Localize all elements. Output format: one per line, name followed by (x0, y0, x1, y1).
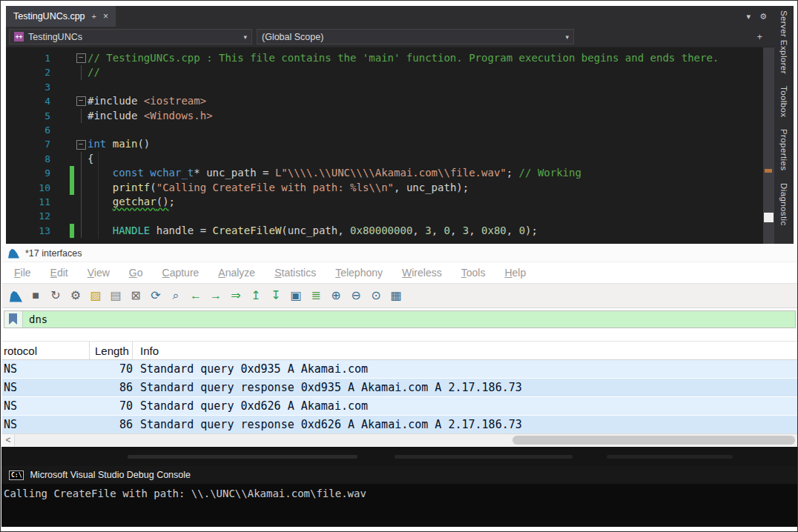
hscrollbar-thumb[interactable] (512, 436, 795, 445)
navbar-split-icon[interactable]: + (756, 31, 771, 42)
display-filter-input[interactable]: dns (23, 311, 795, 327)
code-text[interactable]: { (88, 152, 774, 166)
code-line[interactable]: 11 getchar(); (6, 195, 774, 209)
column-length[interactable]: Length (90, 342, 133, 359)
reload-icon[interactable]: ⟳ (149, 289, 162, 302)
capture-options-icon[interactable]: ⚙ (69, 289, 82, 302)
side-tab-server-explorer[interactable]: Server Explorer (779, 10, 788, 74)
go-to-packet-icon[interactable]: ⇒ (229, 289, 243, 302)
code-token: printf (113, 182, 151, 193)
code-line[interactable]: 4–#include <iostream> (6, 94, 774, 108)
colorize-icon[interactable]: ≣ (309, 289, 323, 302)
packet-row[interactable]: NS70Standard query 0xd626 A Akamai.com (2, 397, 797, 416)
packet-row[interactable]: NS86Standard query response 0xd626 A Aka… (2, 416, 797, 434)
menu-view[interactable]: View (88, 267, 110, 279)
column-protocol[interactable]: rotocol (2, 342, 90, 359)
go-back-icon[interactable]: ← (189, 289, 202, 302)
code-line[interactable]: 13 HANDLE handle = CreateFileW(unc_path,… (6, 224, 774, 238)
code-text[interactable]: // TestingUNCs.cpp : This file contains … (88, 51, 774, 65)
go-forward-icon[interactable]: → (209, 289, 222, 302)
menu-analyze[interactable]: Analyze (218, 267, 255, 279)
capture-restart-icon[interactable]: ↻ (49, 289, 62, 302)
collapse-icon[interactable]: – (76, 96, 86, 106)
menu-file[interactable]: File (14, 267, 31, 279)
scrollbar-thumb[interactable] (764, 213, 774, 222)
project-dropdown[interactable]: ++ TestingUNCs ▾ (9, 29, 252, 44)
code-line[interactable]: 7–int main() (6, 137, 774, 151)
side-tab-diagnostic[interactable]: Diagnostic (779, 183, 788, 226)
side-tab-properties[interactable]: Properties (779, 129, 788, 170)
close-icon[interactable]: × (103, 11, 108, 21)
horizontal-scrollbar[interactable]: < (2, 433, 797, 446)
code-line[interactable]: 12 (6, 209, 774, 223)
capture-start-icon[interactable] (10, 291, 22, 302)
code-text[interactable]: getchar(); (88, 195, 774, 209)
close-file-icon[interactable]: ⊠ (129, 289, 142, 302)
zoom-out-icon[interactable]: ⊖ (349, 289, 363, 302)
code-text[interactable]: #include <Windows.h> (88, 109, 774, 123)
go-last-icon[interactable]: ↧ (269, 289, 283, 302)
editor-tab[interactable]: TestingUNCs.cpp + × (6, 6, 116, 27)
code-line[interactable]: 2// (6, 65, 774, 79)
autoscroll-icon[interactable]: ▣ (289, 289, 303, 302)
menu-telephony[interactable]: Telephony (335, 267, 383, 279)
cell-protocol: NS (2, 381, 90, 394)
filter-bar[interactable]: dns (4, 310, 796, 328)
column-info[interactable]: Info (133, 342, 159, 359)
code-line[interactable]: 10 printf("Calling CreateFile with path:… (6, 181, 774, 195)
code-line[interactable]: 8{ (6, 152, 774, 166)
code-text[interactable]: int main() (88, 137, 774, 151)
menu-help[interactable]: Help (504, 267, 526, 279)
code-text[interactable]: #include <iostream> (88, 94, 774, 108)
gear-icon[interactable]: ⚙ (759, 12, 767, 21)
find-packet-icon[interactable]: ⌕ (169, 289, 182, 302)
scroll-left-button[interactable]: < (2, 434, 15, 446)
save-file-icon[interactable]: ▤ (109, 289, 122, 302)
pin-icon[interactable]: + (92, 12, 96, 21)
code-text[interactable]: // (88, 65, 774, 79)
capture-stop-icon[interactable]: ■ (29, 289, 42, 302)
collapse-icon[interactable]: – (76, 53, 86, 63)
code-token: , (450, 225, 463, 236)
wireshark-titlebar[interactable]: *17 interfaces (2, 245, 797, 262)
zoom-reset-icon[interactable]: ⊙ (369, 289, 383, 302)
fold-guide (81, 209, 82, 223)
menu-tools[interactable]: Tools (461, 267, 486, 279)
menu-capture[interactable]: Capture (162, 267, 200, 279)
packet-row[interactable]: NS70Standard query 0xd935 A Akamai.com (2, 360, 797, 379)
code-token: L"\\\\.\\UNC\\\\Akamai.com\\file.wav" (275, 167, 507, 179)
cell-length: 86 (90, 418, 133, 431)
code-editor[interactable]: 1–// TestingUNCs.cpp : This file contain… (6, 47, 774, 244)
code-text[interactable]: HANDLE handle = CreateFileW(unc_path, 0x… (88, 224, 774, 238)
code-token: * unc_path = (194, 167, 275, 179)
code-line[interactable]: 1–// TestingUNCs.cpp : This file contain… (6, 51, 774, 65)
code-text[interactable]: const wchar_t* unc_path = L"\\\\.\\UNC\\… (88, 166, 774, 180)
console-output[interactable]: Calling CreateFile with path: \\.\UNC\\A… (1, 484, 798, 499)
bookmark-icon[interactable] (4, 311, 23, 327)
console-titlebar[interactable]: C:\ Microsoft Visual Studio Debug Consol… (1, 466, 798, 484)
code-text[interactable] (88, 123, 774, 137)
wireshark-toolbar: ■↻⚙▨▤⊠⟳⌕←→⇒↥↧▣≣⊕⊖⊙▦ (2, 283, 797, 308)
collapse-icon[interactable]: – (76, 140, 86, 150)
editor-scrollbar[interactable] (763, 47, 774, 244)
chevron-down-icon[interactable]: ▾ (747, 12, 751, 21)
code-line[interactable]: 3 (6, 80, 774, 94)
side-tab-toolbox[interactable]: Toolbox (779, 86, 788, 117)
menu-go[interactable]: Go (129, 267, 143, 279)
code-line[interactable]: 6 (6, 123, 774, 137)
resize-columns-icon[interactable]: ▦ (389, 289, 403, 302)
code-text[interactable]: printf("Calling CreateFile with path: %l… (88, 181, 774, 195)
packet-row[interactable]: NS86Standard query response 0xd935 A Aka… (2, 379, 797, 397)
menu-wireless[interactable]: Wireless (402, 267, 442, 279)
code-line[interactable]: 5#include <Windows.h> (6, 109, 774, 123)
menu-statistics[interactable]: Statistics (274, 267, 316, 279)
scope-dropdown[interactable]: (Global Scope) ▾ (257, 29, 574, 44)
open-file-icon[interactable]: ▨ (89, 289, 102, 302)
fold-column (74, 152, 88, 166)
code-text[interactable] (88, 80, 774, 94)
code-text[interactable] (88, 209, 774, 223)
code-line[interactable]: 9 const wchar_t* unc_path = L"\\\\.\\UNC… (6, 166, 774, 180)
go-first-icon[interactable]: ↥ (249, 289, 263, 302)
zoom-in-icon[interactable]: ⊕ (329, 289, 343, 302)
menu-edit[interactable]: Edit (50, 267, 68, 279)
